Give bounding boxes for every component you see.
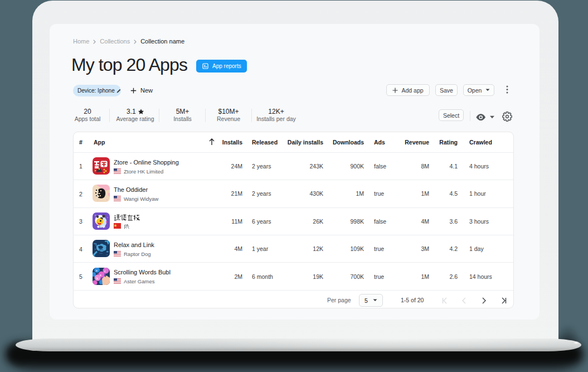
svg-text:e: e: [96, 269, 98, 272]
svg-text:b: b: [96, 277, 98, 280]
svg-text:a: a: [100, 273, 101, 277]
